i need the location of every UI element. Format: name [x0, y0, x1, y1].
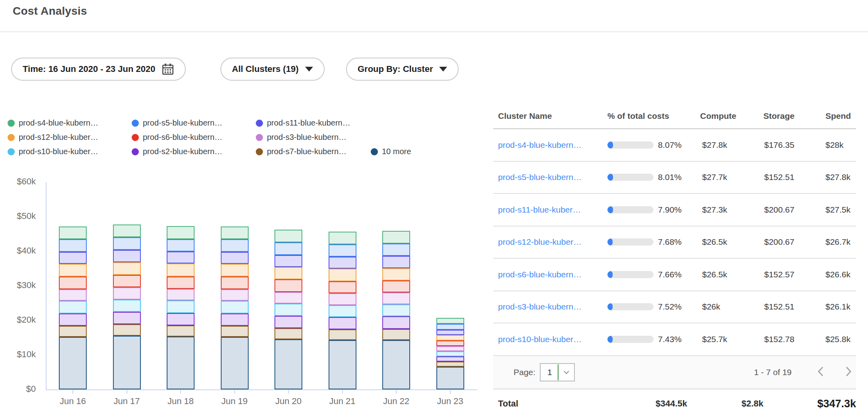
bar-segment[interactable] — [59, 301, 87, 313]
page-number-select[interactable]: 1 — [540, 363, 575, 381]
bar-segment[interactable] — [59, 264, 87, 277]
bar-segment[interactable] — [221, 326, 249, 337]
bar-segment[interactable] — [113, 224, 141, 237]
previous-page-button[interactable] — [814, 366, 827, 379]
bar-segment[interactable] — [382, 244, 410, 256]
bar-segment[interactable] — [329, 340, 356, 389]
clusters-filter-dropdown[interactable]: All Clusters (19) — [220, 58, 325, 81]
bar-segment[interactable] — [382, 304, 410, 316]
bar-segment[interactable] — [221, 301, 249, 313]
bar-segment[interactable] — [221, 314, 249, 326]
bar-segment[interactable] — [329, 244, 356, 257]
bar-segment[interactable] — [167, 263, 195, 276]
bar-segment[interactable] — [167, 325, 195, 337]
time-range-filter-button[interactable]: Time: 16 Jun 2020 - 23 Jun 2020 — [11, 58, 186, 81]
legend-item[interactable]: prod-s11-blue-kubern… — [256, 118, 371, 128]
cluster-name-link[interactable]: prod-s5-blue-kubern… — [498, 172, 582, 182]
bar-segment[interactable] — [329, 305, 356, 317]
stacked-bar-jun-23[interactable] — [436, 318, 464, 389]
bar-segment[interactable] — [113, 250, 141, 262]
bar-segment[interactable] — [274, 339, 302, 389]
bar-segment[interactable] — [329, 281, 356, 293]
bar-segment[interactable] — [274, 255, 302, 267]
bar-segment[interactable] — [59, 226, 87, 239]
bar-segment[interactable] — [436, 341, 464, 346]
bar-segment[interactable] — [274, 304, 302, 315]
stacked-bar-jun-18[interactable] — [167, 226, 195, 389]
bar-segment[interactable] — [329, 329, 356, 341]
cluster-name-link[interactable]: prod-s12-blue-kuber… — [498, 237, 582, 247]
bar-segment[interactable] — [221, 226, 249, 239]
bar-segment[interactable] — [167, 252, 195, 263]
bar-segment[interactable] — [221, 337, 249, 389]
bar-segment[interactable] — [167, 239, 195, 252]
bar-segment[interactable] — [329, 317, 356, 329]
bar-segment[interactable] — [221, 277, 249, 289]
bar-segment[interactable] — [59, 252, 87, 264]
bar-segment[interactable] — [436, 356, 464, 362]
bar-segment[interactable] — [59, 289, 87, 301]
bar-segment[interactable] — [436, 362, 464, 366]
bar-segment[interactable] — [274, 242, 302, 255]
bar-segment[interactable] — [113, 237, 141, 250]
bar-segment[interactable] — [274, 292, 302, 304]
bar-segment[interactable] — [382, 340, 410, 389]
bar-segment[interactable] — [221, 264, 249, 277]
bar-segment[interactable] — [274, 328, 302, 339]
stacked-bar-jun-16[interactable] — [59, 226, 87, 389]
legend-item[interactable]: prod-s3-blue-kubern… — [256, 133, 371, 142]
bar-segment[interactable] — [274, 279, 302, 292]
bar-segment[interactable] — [113, 336, 141, 389]
bar-segment[interactable] — [59, 326, 87, 337]
bar-segment[interactable] — [113, 324, 141, 336]
legend-item[interactable]: prod-s5-blue-kubern… — [132, 118, 256, 128]
bar-segment[interactable] — [274, 316, 302, 328]
bar-segment[interactable] — [436, 351, 464, 356]
bar-segment[interactable] — [382, 329, 410, 340]
bar-segment[interactable] — [382, 231, 410, 244]
group-by-dropdown[interactable]: Group By: Cluster — [346, 58, 459, 81]
legend-item[interactable]: prod-s2-blue-kubern… — [132, 147, 256, 156]
bar-segment[interactable] — [329, 257, 356, 269]
stacked-bar-jun-19[interactable] — [221, 226, 249, 389]
stacked-bar-jun-22[interactable] — [382, 231, 410, 389]
legend-item[interactable]: prod-s6-blue-kubern… — [132, 133, 256, 142]
bar-segment[interactable] — [167, 300, 195, 313]
bar-segment[interactable] — [382, 316, 410, 329]
bar-segment[interactable] — [436, 346, 464, 351]
bar-segment[interactable] — [167, 289, 195, 301]
bar-segment[interactable] — [167, 313, 195, 325]
bar-segment[interactable] — [59, 277, 87, 289]
bar-segment[interactable] — [221, 252, 249, 264]
cluster-name-link[interactable]: prod-s4-blue-kubern… — [498, 140, 582, 150]
bar-segment[interactable] — [382, 268, 410, 281]
bar-segment[interactable] — [59, 314, 87, 326]
cluster-name-link[interactable]: prod-s6-blue-kubern… — [498, 270, 582, 279]
cluster-name-link[interactable]: prod-s10-blue-kuber… — [498, 335, 582, 344]
bar-segment[interactable] — [113, 287, 141, 299]
bar-segment[interactable] — [113, 312, 141, 324]
next-page-button[interactable] — [842, 366, 855, 379]
stacked-bar-jun-17[interactable] — [113, 224, 141, 389]
bar-segment[interactable] — [167, 337, 195, 389]
bar-segment[interactable] — [113, 262, 141, 275]
bar-segment[interactable] — [59, 239, 87, 252]
bar-segment[interactable] — [329, 269, 356, 281]
bar-segment[interactable] — [167, 226, 195, 239]
bar-segment[interactable] — [382, 256, 410, 268]
legend-item[interactable]: prod-s10-blue-kuber… — [8, 147, 132, 156]
bar-segment[interactable] — [113, 275, 141, 287]
stacked-bar-jun-21[interactable] — [329, 232, 356, 390]
cluster-name-link[interactable]: prod-s3-blue-kubern… — [498, 302, 582, 312]
bar-segment[interactable] — [329, 232, 356, 244]
bar-segment[interactable] — [436, 330, 464, 335]
bar-segment[interactable] — [221, 239, 249, 252]
bar-segment[interactable] — [59, 337, 87, 389]
bar-segment[interactable] — [274, 267, 302, 279]
bar-segment[interactable] — [382, 281, 410, 292]
legend-item[interactable]: 10 more — [371, 147, 411, 156]
bar-segment[interactable] — [382, 292, 410, 304]
legend-item[interactable]: prod-s7-blue-kubern… — [256, 147, 371, 156]
bar-segment[interactable] — [274, 230, 302, 242]
bar-segment[interactable] — [436, 318, 464, 324]
